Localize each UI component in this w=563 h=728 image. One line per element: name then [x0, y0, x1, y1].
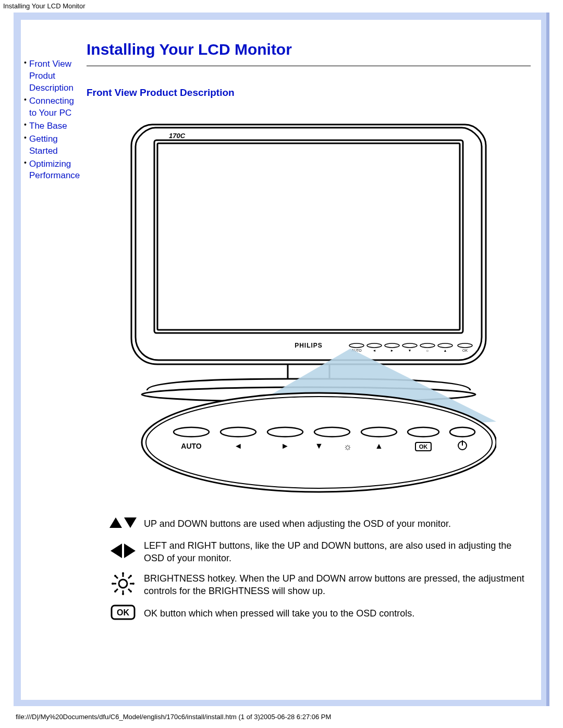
sidebar-item-base[interactable]: The Base: [29, 121, 67, 131]
svg-point-5: [402, 343, 417, 348]
legend-row-brightness: BRIGHTNESS hotkey. When the UP and DOWN …: [102, 572, 531, 598]
panel-btn-left: ◄: [234, 441, 242, 450]
svg-marker-32: [124, 517, 137, 528]
svg-point-50: [130, 575, 132, 577]
svg-text:OK: OK: [117, 608, 129, 617]
svg-point-51: [114, 590, 116, 593]
page-frame: Front View Produt Description Connecting…: [14, 13, 549, 706]
up-down-arrows-icon: [102, 515, 144, 532]
panel-btn-up: ▲: [375, 441, 383, 450]
panel-btn-brightness: ☼: [344, 441, 352, 452]
panel-btn-down: ▼: [315, 441, 323, 450]
legend-text: BRIGHTNESS hotkey. When the UP and DOWN …: [144, 572, 531, 598]
svg-point-35: [119, 579, 127, 588]
svg-point-48: [114, 575, 116, 577]
page-title: Installing Your LCD Monitor: [87, 41, 531, 58]
content: Installing Your LCD Monitor Front View P…: [87, 25, 531, 630]
panel-btn-right: ►: [281, 441, 289, 450]
footer-path: file:///D|/My%20Documents/dfu/C6_Model/e…: [16, 713, 331, 721]
window-title: Installing Your LCD Monitor: [0, 0, 563, 12]
svg-point-4: [385, 343, 399, 348]
paper: Front View Produt Description Connecting…: [21, 20, 541, 700]
legend-text: OK button which when pressed will take y…: [144, 607, 531, 620]
svg-point-8: [458, 343, 472, 348]
left-right-arrows-icon: [102, 542, 144, 561]
svg-marker-33: [111, 544, 122, 558]
sidebar-item-getting-started[interactable]: Getting Started: [29, 134, 58, 156]
svg-text:☼: ☼: [426, 349, 429, 352]
svg-text:►: ►: [390, 349, 394, 352]
panel-btn-auto: AUTO: [181, 442, 202, 450]
svg-text:OK: OK: [419, 443, 428, 450]
monitor-diagram: 170C PHILIPS AUTO ◄: [121, 119, 496, 495]
brand-label: PHILIPS: [295, 342, 323, 349]
brightness-icon: [102, 572, 144, 597]
svg-point-2: [349, 343, 364, 348]
svg-text:◄: ◄: [373, 349, 376, 352]
button-legend: UP and DOWN buttons are used when adjust…: [102, 515, 531, 622]
svg-point-45: [122, 593, 124, 595]
svg-point-3: [367, 343, 382, 348]
svg-text:OK: OK: [462, 349, 468, 352]
svg-point-44: [122, 572, 124, 574]
svg-point-46: [112, 583, 114, 585]
sidebar-item-connecting[interactable]: Connecting to Your PC: [29, 96, 74, 118]
legend-row-ok: OK OK button which when pressed will tak…: [102, 604, 531, 622]
sidebar-item-front-view[interactable]: Front View Produt Description: [29, 59, 74, 93]
sidebar-item-optimizing[interactable]: Optimizing Performance: [29, 159, 80, 181]
svg-text:▲: ▲: [444, 349, 447, 352]
divider: [87, 66, 531, 66]
section-title: Front View Product Description: [87, 87, 531, 98]
legend-row-leftright: LEFT and RIGHT buttons, like the UP and …: [102, 539, 531, 565]
svg-marker-31: [109, 517, 122, 528]
svg-text:▼: ▼: [408, 349, 412, 352]
bezel-model-label: 170C: [169, 132, 186, 140]
legend-text: UP and DOWN buttons are used when adjust…: [144, 517, 531, 530]
svg-point-47: [132, 583, 134, 585]
svg-rect-1: [157, 143, 460, 330]
svg-marker-34: [124, 544, 136, 558]
legend-text: LEFT and RIGHT buttons, like the UP and …: [144, 539, 531, 565]
svg-point-7: [438, 343, 452, 348]
svg-point-6: [420, 343, 435, 348]
svg-point-49: [130, 590, 132, 593]
sidebar: Front View Produt Description Connecting…: [21, 50, 79, 190]
ok-icon: OK: [102, 604, 144, 622]
legend-row-updown: UP and DOWN buttons are used when adjust…: [102, 515, 531, 532]
svg-rect-0: [154, 140, 463, 333]
